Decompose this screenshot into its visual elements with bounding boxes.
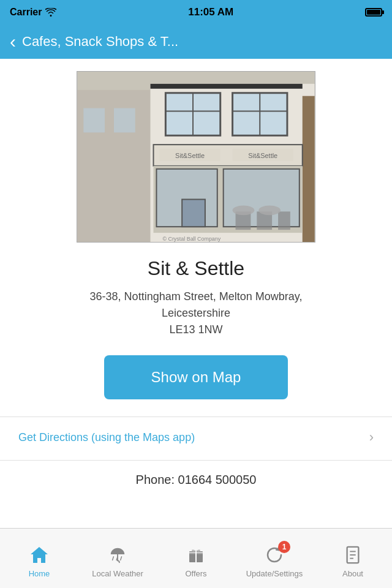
chevron-right-icon: › — [369, 429, 374, 445]
about-icon — [344, 543, 361, 567]
svg-rect-3 — [303, 96, 315, 242]
refresh-icon: 1 — [265, 543, 284, 567]
address-line3: LE13 1NW — [169, 323, 222, 336]
update-badge: 1 — [278, 541, 290, 553]
divider-2 — [0, 460, 392, 461]
svg-rect-23 — [182, 200, 205, 227]
tab-offers-label: Offers — [185, 569, 206, 578]
svg-text:Sit&Settle: Sit&Settle — [248, 152, 277, 159]
status-right — [365, 8, 382, 17]
tab-update-settings-label: Update/Settings — [246, 569, 303, 578]
tab-about-label: About — [342, 569, 363, 578]
address-line2: Leicestershire — [162, 307, 230, 319]
home-icon — [29, 543, 49, 567]
back-button[interactable]: ‹ — [10, 32, 16, 51]
svg-text:Sit&Settle: Sit&Settle — [175, 152, 205, 159]
business-name: Sit & Settle — [148, 257, 244, 280]
nav-bar: ‹ Cafes, Snack Shops & T... — [0, 24, 392, 59]
show-on-map-button[interactable]: Show on Map — [104, 355, 288, 399]
svg-line-37 — [113, 557, 114, 560]
business-address: 36-38, Nottingham Street, Melton Mowbray… — [66, 288, 327, 338]
wifi-icon — [45, 8, 56, 17]
svg-point-29 — [258, 205, 281, 215]
tab-home[interactable]: Home — [0, 529, 78, 588]
shop-image-container: Sit&Settle Sit&Settle — [0, 59, 392, 252]
tab-home-label: Home — [29, 569, 50, 578]
page-title: Cafes, Snack Shops & T... — [22, 34, 382, 50]
svg-line-39 — [121, 557, 122, 560]
status-time: 11:05 AM — [188, 6, 233, 18]
tab-update-settings[interactable]: 1 Update/Settings — [235, 529, 314, 588]
shop-photo-svg: Sit&Settle Sit&Settle — [77, 72, 315, 242]
main-content: Sit&Settle Sit&Settle — [0, 59, 392, 528]
directions-row[interactable]: Get Directions (using the Maps app) › — [0, 429, 392, 445]
svg-rect-33 — [83, 108, 105, 133]
offers-icon — [187, 543, 205, 567]
tab-bar: Home Local Weather — [0, 528, 392, 588]
weather-icon — [108, 543, 127, 567]
svg-point-28 — [233, 205, 255, 215]
shop-image: Sit&Settle Sit&Settle — [77, 71, 315, 243]
tab-about[interactable]: About — [314, 529, 392, 588]
phone-number: Phone: 01664 500050 — [0, 473, 392, 487]
directions-link[interactable]: Get Directions (using the Maps app) — [18, 431, 195, 444]
status-carrier: Carrier — [10, 7, 56, 18]
tab-local-weather[interactable]: Local Weather — [78, 529, 157, 588]
battery-icon — [365, 8, 382, 17]
divider-1 — [0, 417, 392, 417]
svg-rect-27 — [278, 211, 290, 230]
svg-text:© Crystal Ball Company: © Crystal Ball Company — [162, 236, 221, 242]
tab-local-weather-label: Local Weather — [92, 569, 143, 578]
svg-rect-34 — [114, 108, 135, 133]
status-bar: Carrier 11:05 AM — [0, 0, 392, 24]
svg-rect-4 — [151, 84, 303, 89]
address-line1: 36-38, Nottingham Street, Melton Mowbray… — [90, 290, 303, 303]
tab-offers[interactable]: Offers — [157, 529, 235, 588]
